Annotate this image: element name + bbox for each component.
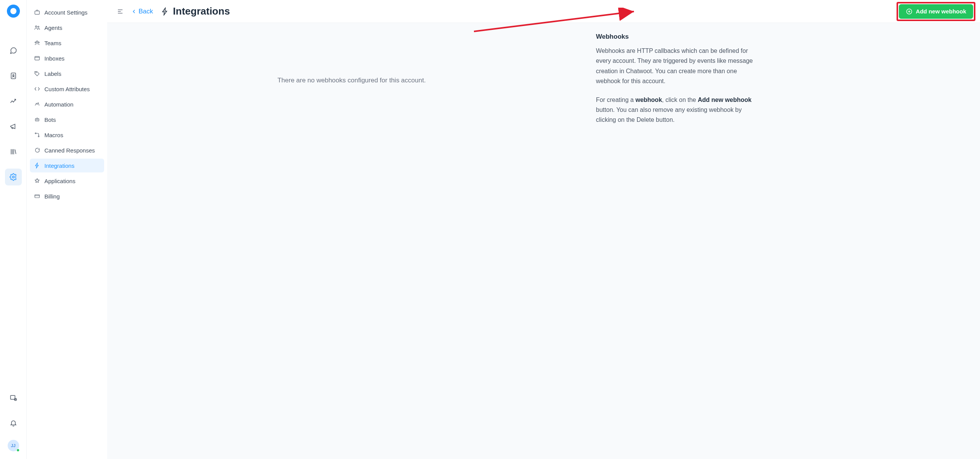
star-icon [34,177,41,184]
info-paragraph-1: Webhooks are HTTP callbacks which can be… [596,46,757,87]
sidebar-item-label: Agents [44,25,62,31]
svg-point-12 [36,72,37,73]
svg-point-15 [38,120,38,120]
svg-point-1 [13,75,14,76]
gear-icon [10,173,17,181]
sidebar-item-account-settings[interactable]: Account Settings [30,5,104,19]
main-area: Back Integrations Add new webhook There … [107,0,980,459]
team-icon [34,39,41,46]
sidebar-item-label: Billing [44,193,60,200]
content: There are no webhooks configured for thi… [107,23,980,459]
bot-icon [34,116,41,123]
sidebar-item-label: Teams [44,40,61,46]
sidebar-item-label: Account Settings [44,9,88,16]
info-title: Webhooks [596,33,757,41]
sidebar-item-agents[interactable]: Agents [30,21,104,34]
back-link[interactable]: Back [131,8,153,15]
reports-icon [10,97,17,105]
sidebar-item-macros[interactable]: Macros [30,128,104,142]
svg-point-7 [38,26,39,27]
sidebar-item-label: Labels [44,70,61,77]
add-webhook-button[interactable]: Add new webhook [899,4,973,19]
svg-rect-5 [35,11,39,15]
people-icon [34,24,41,31]
sidebar-item-label: Bots [44,116,56,123]
sidebar-item-label: Integrations [44,162,74,169]
settings-sidebar: Account Settings Agents Teams Inboxes La… [27,0,107,459]
sidebar-item-label: Canned Responses [44,147,95,154]
empty-state-text: There are no webhooks configured for thi… [278,77,426,84]
user-avatar[interactable]: JJ [8,440,19,451]
message-icon [10,47,17,54]
svg-point-10 [38,42,39,43]
rail-item-help-center[interactable] [5,143,22,160]
svg-point-2 [12,176,14,178]
svg-point-17 [38,136,39,137]
sidebar-item-canned-responses[interactable]: Canned Responses [30,143,104,157]
sidebar-item-applications[interactable]: Applications [30,174,104,188]
info-panel: Webhooks Webhooks are HTTP callbacks whi… [596,23,772,459]
plus-circle-icon [906,8,913,15]
sidebar-item-teams[interactable]: Teams [30,36,104,50]
toggle-sidebar-button[interactable] [114,5,126,18]
sidebar-item-integrations[interactable]: Integrations [30,159,104,172]
sidebar-item-label: Macros [44,132,63,138]
sidebar-item-billing[interactable]: Billing [30,189,104,203]
flow-icon [34,131,41,138]
svg-point-6 [35,26,37,27]
canned-icon [34,147,41,154]
rail-item-campaigns[interactable] [5,118,22,135]
rail-item-conversations[interactable] [5,42,22,59]
webhooks-empty-state: There are no webhooks configured for thi… [107,23,596,459]
rail-items [5,27,22,389]
rail-item-reports[interactable] [5,93,22,110]
sidebar-item-label: Automation [44,101,74,108]
back-label: Back [139,8,153,15]
sidebar-item-label: Custom Attributes [44,86,90,92]
docs-icon [10,394,17,402]
rail-item-notifications[interactable] [5,415,22,431]
flash-icon [161,7,169,16]
primary-nav-rail: JJ [0,0,27,459]
rail-item-settings[interactable] [5,169,22,185]
bell-icon [10,419,17,427]
sidebar-item-bots[interactable]: Bots [30,113,104,126]
menu-icon [117,8,124,15]
svg-point-9 [35,42,36,43]
code-icon [34,85,41,92]
rail-bottom: JJ [5,389,22,454]
app-logo[interactable] [7,5,20,18]
page-title-text: Integrations [173,5,230,17]
automation-icon [34,101,41,108]
briefcase-icon [34,9,41,16]
sidebar-item-label: Inboxes [44,55,65,62]
sidebar-item-inboxes[interactable]: Inboxes [30,51,104,65]
svg-point-14 [36,120,37,120]
rail-item-docs[interactable] [5,389,22,406]
info-paragraph-2: For creating a webhook, click on the Add… [596,95,757,125]
tag-icon [34,70,41,77]
flash-icon [34,162,41,169]
sidebar-item-automation[interactable]: Automation [30,97,104,111]
chevron-left-icon [131,8,137,15]
svg-rect-18 [35,195,39,198]
svg-point-16 [35,133,36,134]
add-webhook-wrap: Add new webhook [899,4,973,19]
inbox-icon [34,55,41,62]
add-webhook-label: Add new webhook [916,8,966,15]
presence-indicator-icon [16,449,20,452]
card-icon [34,193,41,200]
books-icon [10,148,17,156]
svg-rect-11 [35,56,39,60]
rail-item-contacts[interactable] [5,67,22,84]
megaphone-icon [10,123,17,130]
svg-point-8 [36,41,38,43]
sidebar-item-label: Applications [44,178,75,184]
svg-rect-13 [35,118,39,121]
sidebar-item-custom-attributes[interactable]: Custom Attributes [30,82,104,96]
topbar: Back Integrations Add new webhook [107,0,980,23]
sidebar-item-labels[interactable]: Labels [30,67,104,80]
page-title: Integrations [161,5,230,17]
avatar-initials: JJ [11,443,15,448]
contacts-icon [10,72,17,80]
